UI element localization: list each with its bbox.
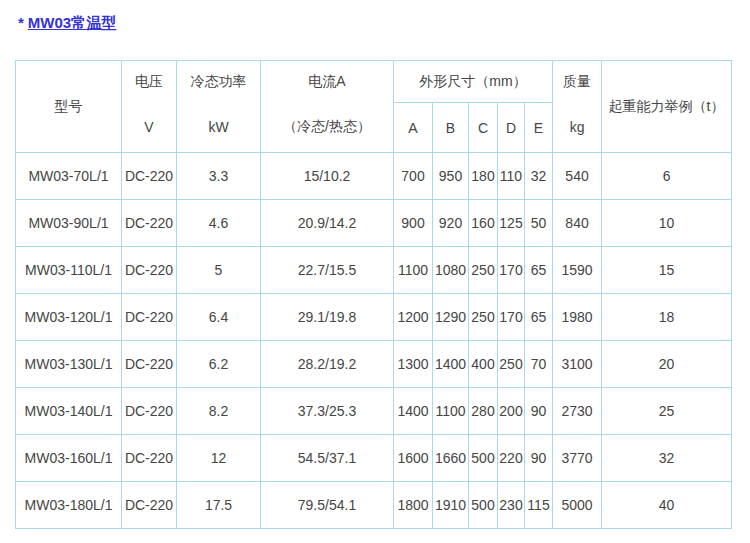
cell-capacity: 32	[602, 435, 732, 482]
col-header-model: 型号	[16, 61, 122, 153]
col-header-voltage: 电压	[122, 61, 177, 103]
cell-a: 900	[394, 200, 433, 247]
cell-capacity: 20	[602, 341, 732, 388]
col-header-dim-d: D	[498, 103, 525, 153]
cell-e: 90	[525, 388, 553, 435]
cell-capacity: 25	[602, 388, 732, 435]
cell-a: 1600	[394, 435, 433, 482]
cell-c: 160	[469, 200, 498, 247]
cell-current: 15/10.2	[261, 153, 394, 200]
cell-d: 170	[498, 294, 525, 341]
cell-a: 700	[394, 153, 433, 200]
cell-power: 5	[177, 247, 261, 294]
cell-voltage: DC-220	[122, 435, 177, 482]
cell-power: 6.4	[177, 294, 261, 341]
cell-c: 500	[469, 482, 498, 529]
cell-d: 230	[498, 482, 525, 529]
cell-current: 37.3/25.3	[261, 388, 394, 435]
cell-model: MW03-140L/1	[16, 388, 122, 435]
cell-voltage: DC-220	[122, 294, 177, 341]
cell-voltage: DC-220	[122, 482, 177, 529]
cell-model: MW03-110L/1	[16, 247, 122, 294]
cell-e: 50	[525, 200, 553, 247]
cell-voltage: DC-220	[122, 341, 177, 388]
cell-model: MW03-90L/1	[16, 200, 122, 247]
cell-e: 32	[525, 153, 553, 200]
cell-a: 1200	[394, 294, 433, 341]
section-title: *MW03常温型	[18, 14, 750, 33]
cell-power: 3.3	[177, 153, 261, 200]
cell-b: 1290	[433, 294, 469, 341]
cell-d: 250	[498, 341, 525, 388]
cell-d: 220	[498, 435, 525, 482]
table-row: MW03-140L/1DC-2208.237.3/25.314001100280…	[16, 388, 732, 435]
cell-power: 17.5	[177, 482, 261, 529]
cell-voltage: DC-220	[122, 388, 177, 435]
cell-mass: 840	[553, 200, 602, 247]
cell-c: 180	[469, 153, 498, 200]
col-header-mass: 质量	[553, 61, 602, 103]
cell-mass: 3770	[553, 435, 602, 482]
cell-e: 65	[525, 247, 553, 294]
table-row: MW03-70L/1DC-2203.315/10.270095018011032…	[16, 153, 732, 200]
cell-mass: 3100	[553, 341, 602, 388]
cell-mass: 2730	[553, 388, 602, 435]
cell-a: 1400	[394, 388, 433, 435]
cell-d: 125	[498, 200, 525, 247]
cell-c: 280	[469, 388, 498, 435]
cell-mass: 5000	[553, 482, 602, 529]
cell-c: 250	[469, 247, 498, 294]
table-row: MW03-120L/1DC-2206.429.1/19.812001290250…	[16, 294, 732, 341]
cell-d: 110	[498, 153, 525, 200]
cell-model: MW03-180L/1	[16, 482, 122, 529]
col-header-dim-e: E	[525, 103, 553, 153]
cell-a: 1800	[394, 482, 433, 529]
cell-e: 115	[525, 482, 553, 529]
cell-capacity: 18	[602, 294, 732, 341]
cell-b: 1100	[433, 388, 469, 435]
cell-c: 500	[469, 435, 498, 482]
table-body: MW03-70L/1DC-2203.315/10.270095018011032…	[16, 153, 732, 529]
cell-power: 6.2	[177, 341, 261, 388]
cell-current: 29.1/19.8	[261, 294, 394, 341]
mw03-section-link[interactable]: MW03常温型	[28, 14, 116, 31]
cell-e: 70	[525, 341, 553, 388]
col-header-current: 电流A	[261, 61, 394, 103]
cell-c: 400	[469, 341, 498, 388]
col-header-cold-power: 冷态功率	[177, 61, 261, 103]
cell-current: 54.5/37.1	[261, 435, 394, 482]
cell-voltage: DC-220	[122, 200, 177, 247]
cell-b: 920	[433, 200, 469, 247]
cell-b: 1660	[433, 435, 469, 482]
cell-capacity: 6	[602, 153, 732, 200]
col-header-mass-unit: kg	[553, 103, 602, 153]
col-header-capacity: 起重能力举例（t）	[602, 61, 732, 153]
cell-current: 20.9/14.2	[261, 200, 394, 247]
cell-power: 12	[177, 435, 261, 482]
cell-mass: 1590	[553, 247, 602, 294]
cell-model: MW03-120L/1	[16, 294, 122, 341]
cell-current: 28.2/19.2	[261, 341, 394, 388]
cell-capacity: 15	[602, 247, 732, 294]
table-row: MW03-130L/1DC-2206.228.2/19.213001400400…	[16, 341, 732, 388]
cell-b: 1400	[433, 341, 469, 388]
cell-voltage: DC-220	[122, 247, 177, 294]
cell-model: MW03-130L/1	[16, 341, 122, 388]
table-row: MW03-90L/1DC-2204.620.9/14.2900920160125…	[16, 200, 732, 247]
col-header-cold-power-unit: kW	[177, 103, 261, 153]
spec-table: 型号 电压 冷态功率 电流A 外形尺寸（mm） 质量 起重能力举例（t） V k…	[15, 60, 732, 529]
cell-model: MW03-70L/1	[16, 153, 122, 200]
title-star: *	[18, 14, 24, 31]
cell-power: 4.6	[177, 200, 261, 247]
table-header: 型号 电压 冷态功率 电流A 外形尺寸（mm） 质量 起重能力举例（t） V k…	[16, 61, 732, 153]
cell-b: 1910	[433, 482, 469, 529]
col-header-dim-b: B	[433, 103, 469, 153]
col-header-current-sub: （冷态/热态）	[261, 103, 394, 153]
col-header-dim-c: C	[469, 103, 498, 153]
cell-capacity: 40	[602, 482, 732, 529]
cell-e: 65	[525, 294, 553, 341]
cell-mass: 1980	[553, 294, 602, 341]
cell-voltage: DC-220	[122, 153, 177, 200]
cell-d: 200	[498, 388, 525, 435]
table-row: MW03-160L/1DC-2201254.5/37.1160016605002…	[16, 435, 732, 482]
